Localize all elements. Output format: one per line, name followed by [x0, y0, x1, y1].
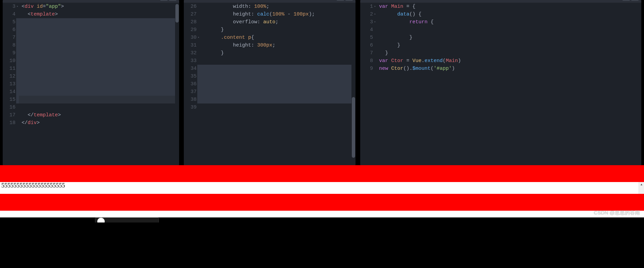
preview-footer: [0, 194, 644, 211]
js-gutter: 123456789: [360, 3, 376, 165]
preview-pane: 555555555555555555555 ▲ CSDN @崽崽的谷雨: [0, 165, 644, 217]
bottom-bar: [0, 217, 644, 222]
panel-css: CSS 2627282930313233343536373839 width: …: [184, 0, 355, 165]
preview-header: [0, 165, 644, 182]
html-expand-button[interactable]: [169, 0, 176, 1]
panel-html-header: HTML: [3, 0, 179, 3]
css-editor[interactable]: 2627282930313233343536373839 width: 100%…: [184, 3, 355, 165]
preview-vertical-scrollbar[interactable]: ▲: [639, 182, 644, 194]
editor-row: HTML 3456789101112131415161718 <div id="…: [0, 0, 644, 165]
preview-content[interactable]: 555555555555555555555: [0, 182, 644, 194]
css-scrollbar[interactable]: [351, 3, 355, 165]
js-expand-button[interactable]: [631, 0, 639, 1]
watermark-text: CSDN @崽崽的谷雨: [594, 210, 640, 216]
js-code[interactable]: var Main = { data() { return { } } }var …: [376, 3, 641, 165]
html-settings-button[interactable]: [160, 0, 168, 1]
panel-js-header: JS: [360, 0, 641, 3]
css-settings-button[interactable]: [337, 0, 344, 1]
css-code[interactable]: width: 100%; height: calc(100% - 100px);…: [200, 3, 351, 165]
html-code[interactable]: <div id="app"> <template> <div class="bo…: [19, 3, 175, 165]
js-editor[interactable]: 123456789 var Main = { data() { return {…: [360, 3, 641, 165]
html-editor[interactable]: 3456789101112131415161718 <div id="app">…: [3, 3, 179, 165]
js-settings-button[interactable]: [622, 0, 630, 1]
preview-text: 555555555555555555555: [1, 182, 643, 189]
panel-js: JS 123456789 var Main = { data() { retur…: [360, 0, 641, 165]
html-scrollbar[interactable]: [175, 3, 179, 165]
css-expand-button[interactable]: [345, 0, 353, 1]
panel-css-header: CSS: [184, 0, 355, 3]
scroll-up-icon[interactable]: ▲: [639, 182, 644, 187]
panel-html: HTML 3456789101112131415161718 <div id="…: [3, 0, 179, 165]
